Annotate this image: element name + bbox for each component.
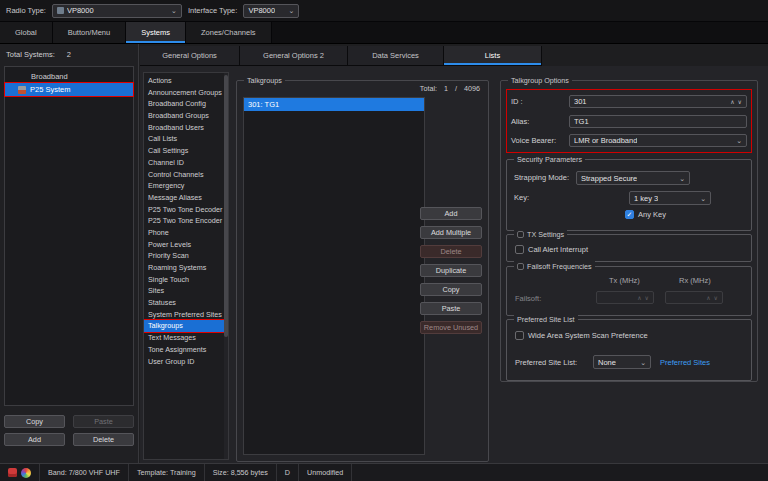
category-item-broadband-config[interactable]: Broadband Config (144, 98, 228, 110)
category-item-tone-assignments[interactable]: Tone Assignments (144, 344, 228, 356)
tab-general-options[interactable]: General Options (140, 46, 240, 66)
preferred-site-list-select[interactable]: None ⌄ (593, 355, 651, 369)
rx-mhz-label: Rx (MHz) (679, 276, 711, 285)
strapping-mode-select[interactable]: Strapped Secure ⌄ (576, 171, 690, 185)
interface-type-select[interactable]: VP8000 ⌄ (243, 4, 299, 18)
category-item-call-lists[interactable]: Call Lists (144, 133, 228, 145)
alias-field[interactable] (569, 115, 747, 128)
wide-area-scan-checkbox[interactable]: ✓ (515, 331, 524, 340)
add-system-button[interactable]: Add (4, 433, 65, 446)
copy-system-button[interactable]: Copy (4, 415, 65, 428)
spinner-arrows: ∧ ∨ (706, 295, 718, 301)
interface-type-label: Interface Type: (188, 6, 237, 15)
tab-general-options-2[interactable]: General Options 2 (240, 46, 348, 66)
alias-row: Alias: (511, 114, 747, 129)
status-flag-segment: D (277, 464, 299, 481)
category-item-talkgroups[interactable]: Talkgroups (144, 320, 228, 332)
category-item-message-aliases[interactable]: Message Aliases (144, 192, 228, 204)
spinner-down-icon[interactable]: ∨ (738, 99, 742, 105)
delete-talkgroup-button[interactable]: Delete (420, 245, 482, 258)
category-item-power-levels[interactable]: Power Levels (144, 239, 228, 251)
category-item-broadband-groups[interactable]: Broadband Groups (144, 110, 228, 122)
tab-global[interactable]: Global (0, 22, 53, 43)
preferred-site-list-groupbox: Preferred Site List ✓ Wide Area System S… (506, 319, 752, 381)
talkgroups-buttons: Add Add Multiple Delete Duplicate Copy P… (420, 207, 482, 334)
total-systems-label: Total Systems: (6, 50, 55, 59)
add-talkgroup-button[interactable]: Add (420, 207, 482, 220)
add-multiple-button[interactable]: Add Multiple (420, 226, 482, 239)
category-scrollbar[interactable] (224, 73, 228, 459)
security-title-text: Security Parameters (517, 154, 582, 165)
category-item-actions[interactable]: Actions (144, 75, 228, 87)
category-item-channel-id[interactable]: Channel ID (144, 157, 228, 169)
tab-lists[interactable]: Lists (444, 46, 542, 66)
id-spinner[interactable]: 301 ∧ ∨ (569, 95, 747, 108)
category-item-user-group-id[interactable]: User Group ID (144, 356, 228, 368)
app-icon (8, 468, 17, 477)
any-key-label: Any Key (638, 210, 666, 219)
category-item-priority-scan[interactable]: Priority Scan (144, 250, 228, 262)
category-item-roaming-systems[interactable]: Roaming Systems (144, 262, 228, 274)
paste-talkgroup-button[interactable]: Paste (420, 302, 482, 315)
category-item-phone[interactable]: Phone (144, 227, 228, 239)
failsoft-enable-checkbox[interactable]: ✓ (517, 263, 524, 270)
delete-system-button[interactable]: Delete (73, 433, 134, 446)
copy-talkgroup-button[interactable]: Copy (420, 283, 482, 296)
category-item-call-settings[interactable]: Call Settings (144, 145, 228, 157)
talkgroup-options-title: Talkgroup Options (508, 75, 572, 86)
remove-unused-button[interactable]: Remove Unused (420, 321, 482, 334)
spinner-arrows[interactable]: ∧ ∨ (730, 99, 742, 105)
globe-icon (21, 468, 31, 478)
voice-bearer-select[interactable]: LMR or Broadband ⌄ (569, 134, 747, 147)
tab-button-menu[interactable]: Button/Menu (53, 22, 127, 43)
duplicate-button[interactable]: Duplicate (420, 264, 482, 277)
status-size-segment: Size: 8,556 bytes (205, 464, 277, 481)
talkgroup-list-item[interactable]: 301: TG1 (244, 98, 424, 111)
failsoft-title-text: Failsoft Frequencies (527, 261, 592, 272)
total-separator: / (455, 84, 457, 93)
system-icon (18, 86, 26, 94)
category-item-emergency[interactable]: Emergency (144, 180, 228, 192)
radio-type-select[interactable]: VP8000 ⌄ (52, 4, 182, 18)
total-label: Total: (420, 84, 437, 93)
security-parameters-title: Security Parameters (514, 154, 585, 165)
tab-data-services[interactable]: Data Services (348, 46, 444, 66)
failsoft-tx-spinner[interactable]: ∧ ∨ (596, 291, 654, 304)
category-item-system-preferred-sites[interactable]: System Preferred Sites (144, 309, 228, 321)
tx-settings-enable-checkbox[interactable]: ✓ (517, 231, 524, 238)
category-item-text-messages[interactable]: Text Messages (144, 332, 228, 344)
preferred-sites-link[interactable]: Preferred Sites (660, 358, 710, 367)
interface-type-value: VP8000 (248, 6, 275, 15)
category-item-sites[interactable]: Sites (144, 285, 228, 297)
talkgroup-options-title-text: Talkgroup Options (511, 75, 569, 86)
modified-text: Unmodified (307, 468, 343, 477)
tree-item-broadband[interactable]: Broadband (5, 70, 133, 83)
chevron-down-icon: ⌄ (640, 359, 646, 366)
tab-zones-channels[interactable]: Zones/Channels (186, 22, 272, 43)
total-systems-value: 2 (67, 50, 71, 59)
tab-systems[interactable]: Systems (126, 22, 186, 43)
tx-settings-groupbox: ✓ TX Settings ✓ Call Alert Interrupt (506, 234, 752, 262)
voice-bearer-row: Voice Bearer: LMR or Broadband ⌄ (511, 133, 747, 148)
call-alert-interrupt-checkbox[interactable]: ✓ (515, 245, 524, 254)
sub-tab-bar: General Options General Options 2 Data S… (140, 46, 542, 66)
category-item-statuses[interactable]: Statuses (144, 297, 228, 309)
category-item-single-touch[interactable]: Single Touch (144, 274, 228, 286)
category-item-p25-two-tone-encoder[interactable]: P25 Two Tone Encoder (144, 215, 228, 227)
paste-system-button[interactable]: Paste (73, 415, 134, 428)
radio-type-value: VP8000 (67, 6, 94, 15)
talkgroup-options-groupbox: Talkgroup Options ID : 301 ∧ ∨ Alias: (500, 80, 758, 382)
voice-bearer-label: Voice Bearer: (511, 136, 569, 145)
systems-tree: Broadband P25 System (4, 66, 134, 406)
key-select[interactable]: 1 key 3 ⌄ (629, 191, 711, 205)
spinner-up-icon[interactable]: ∧ (730, 99, 734, 105)
tree-item-p25-system[interactable]: P25 System (5, 83, 133, 96)
category-scrollbar-thumb[interactable] (224, 75, 228, 337)
category-item-p25-two-tone-decoder[interactable]: P25 Two Tone Decoder (144, 204, 228, 216)
category-item-broadband-users[interactable]: Broadband Users (144, 122, 228, 134)
category-item-announcement-groups[interactable]: Announcement Groups (144, 87, 228, 99)
any-key-checkbox[interactable]: ✓ (625, 210, 634, 219)
call-alert-row: ✓ Call Alert Interrupt (515, 245, 588, 254)
category-item-control-channels[interactable]: Control Channels (144, 169, 228, 181)
failsoft-rx-spinner[interactable]: ∧ ∨ (665, 291, 723, 304)
